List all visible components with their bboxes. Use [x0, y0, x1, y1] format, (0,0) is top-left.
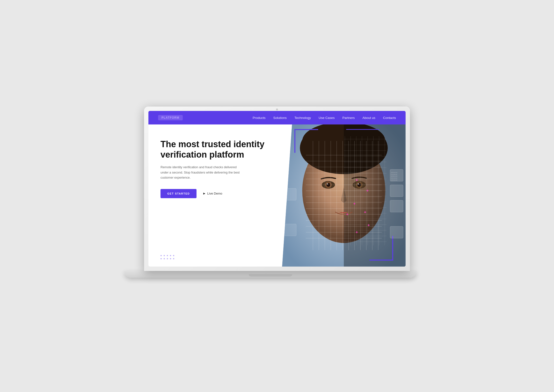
svg-text:+: +	[356, 230, 358, 234]
nav-link-use-cases[interactable]: Use Cases	[319, 116, 335, 120]
laptop-base	[124, 271, 417, 278]
nav-item-contacts[interactable]: Contacts	[383, 116, 396, 120]
site-navigation: PLATFORM Products Solutions Technology U…	[148, 111, 406, 124]
svg-rect-57	[284, 189, 296, 200]
svg-rect-54	[390, 185, 403, 197]
hero-actions: GET STARTED ▶ Live Demo	[160, 189, 272, 198]
svg-rect-49	[294, 129, 295, 153]
nav-link-contacts[interactable]: Contacts	[383, 116, 396, 120]
svg-text:+: +	[346, 212, 348, 216]
svg-rect-56	[390, 226, 403, 238]
dot-4	[170, 255, 171, 256]
hero-face-visualization: + + + + + + +	[282, 124, 406, 267]
svg-text:0101101001: 0101101001	[391, 178, 398, 179]
dot-9	[170, 258, 171, 259]
dot-6	[160, 258, 162, 259]
nav-link-technology[interactable]: Technology	[294, 116, 311, 120]
nav-item-partners[interactable]: Partners	[342, 116, 355, 120]
get-started-button[interactable]: GET STARTED	[160, 189, 197, 198]
dots-decoration	[160, 255, 174, 259]
nav-item-about[interactable]: About us	[362, 116, 375, 120]
dot-3	[167, 255, 168, 256]
nav-links: Products Solutions Technology Use Cases …	[253, 116, 396, 120]
svg-rect-48	[294, 129, 318, 130]
hero-subtitle: Remote identity verification and fraud c…	[160, 165, 243, 180]
svg-point-8	[327, 183, 328, 185]
dot-7	[164, 258, 165, 259]
dot-8	[167, 258, 168, 259]
svg-rect-55	[390, 200, 403, 212]
live-demo-label: Live Demo	[207, 192, 222, 195]
laptop-screen: PLATFORM Products Solutions Technology U…	[148, 111, 406, 267]
dot-5	[173, 255, 174, 256]
nav-item-solutions[interactable]: Solutions	[273, 116, 287, 120]
svg-rect-50	[370, 260, 393, 261]
dot-10	[173, 258, 174, 259]
hero-section: The most trusted identity verification p…	[148, 124, 406, 267]
svg-text:+: +	[368, 223, 370, 227]
laptop-notch	[249, 274, 292, 277]
hero-content-left: The most trusted identity verification p…	[148, 124, 282, 267]
play-icon: ▶	[203, 192, 205, 195]
face-svg: + + + + + + +	[282, 124, 406, 267]
nav-link-products[interactable]: Products	[253, 116, 265, 120]
hero-title: The most trusted identity verification p…	[160, 139, 272, 160]
svg-text:+: +	[366, 189, 369, 193]
nav-link-partners[interactable]: Partners	[342, 116, 355, 120]
svg-rect-51	[392, 236, 393, 261]
site-logo: PLATFORM	[158, 115, 183, 120]
nav-item-use-cases[interactable]: Use Cases	[319, 116, 335, 120]
live-demo-button[interactable]: ▶ Live Demo	[203, 192, 222, 195]
nav-item-technology[interactable]: Technology	[294, 116, 311, 120]
nav-link-solutions[interactable]: Solutions	[273, 116, 287, 120]
nav-link-about[interactable]: About us	[362, 116, 375, 120]
svg-text:1001010110: 1001010110	[391, 172, 398, 173]
dot-1	[160, 255, 162, 256]
svg-text:+: +	[356, 178, 358, 182]
face-container: + + + + + + +	[282, 124, 406, 267]
laptop-camera	[276, 109, 278, 110]
svg-rect-58	[284, 224, 296, 236]
svg-rect-52	[346, 129, 379, 130]
svg-text:1100101010: 1100101010	[391, 180, 398, 181]
dot-2	[164, 255, 165, 256]
svg-text:+: +	[364, 210, 366, 214]
svg-text:1010011010: 1010011010	[391, 176, 398, 177]
laptop-mockup: PLATFORM Products Solutions Technology U…	[144, 107, 410, 285]
svg-text:0110100101: 0110100101	[391, 174, 398, 175]
nav-item-products[interactable]: Products	[253, 116, 265, 120]
laptop-body: PLATFORM Products Solutions Technology U…	[144, 107, 410, 271]
svg-text:+: +	[353, 202, 356, 206]
